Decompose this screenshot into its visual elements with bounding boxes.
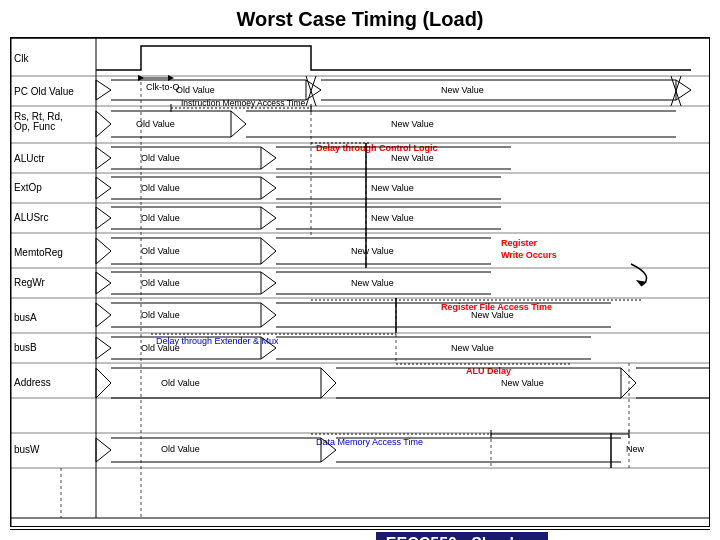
svg-text:ALUSrc: ALUSrc — [14, 212, 48, 223]
svg-text:New Value: New Value — [371, 213, 414, 223]
svg-text:New Value: New Value — [451, 343, 494, 353]
svg-text:Address: Address — [14, 377, 51, 388]
svg-text:busA: busA — [14, 312, 37, 323]
svg-text:Old Value: Old Value — [141, 153, 180, 163]
svg-text:New Value: New Value — [351, 246, 394, 256]
course-badge: EECC550 - Shaaban — [376, 532, 548, 540]
svg-text:Old Value: Old Value — [136, 119, 175, 129]
svg-text:Old Value: Old Value — [141, 183, 180, 193]
svg-text:Old Value: Old Value — [141, 213, 180, 223]
svg-text:ALUctr: ALUctr — [14, 153, 45, 164]
svg-text:Write Occurs: Write Occurs — [501, 250, 557, 260]
svg-text:Old Value: Old Value — [161, 378, 200, 388]
svg-text:ExtOp: ExtOp — [14, 182, 42, 193]
svg-text:New Value: New Value — [391, 119, 434, 129]
svg-text:busW: busW — [14, 444, 40, 455]
svg-text:Delay through Control Logic: Delay through Control Logic — [316, 143, 438, 153]
svg-text:Old Value: Old Value — [141, 343, 180, 353]
svg-text:New Value: New Value — [501, 378, 544, 388]
svg-text:Old Value: Old Value — [161, 444, 200, 454]
page-title: Worst Case Timing (Load) — [10, 8, 710, 31]
svg-text:Op, Func: Op, Func — [14, 121, 55, 132]
svg-text:Clk-to-Q: Clk-to-Q — [146, 82, 180, 92]
svg-text:Register: Register — [501, 238, 538, 248]
timing-diagram-svg: Clk PC Old Value Rs, Rt, Rd, Op, Func AL… — [10, 37, 710, 527]
main-container: Worst Case Timing (Load) Clk PC Old Valu… — [0, 0, 720, 540]
footer: EECC550 - Shaaban #49 Lec #4 Summer 2001… — [10, 529, 710, 540]
svg-text:Old Value: Old Value — [141, 246, 180, 256]
svg-text:New Value: New Value — [471, 310, 514, 320]
svg-text:PC Old Value: PC Old Value — [14, 86, 74, 97]
svg-text:busB: busB — [14, 342, 37, 353]
svg-text:MemtoReg: MemtoReg — [14, 247, 63, 258]
svg-text:Clk: Clk — [14, 53, 29, 64]
svg-text:New Value: New Value — [351, 278, 394, 288]
svg-text:Old Value: Old Value — [141, 278, 180, 288]
svg-text:Old Value: Old Value — [141, 310, 180, 320]
svg-text:Instruction Memoey Access Time: Instruction Memoey Access Time — [181, 98, 306, 108]
svg-text:New Value: New Value — [441, 85, 484, 95]
svg-text:Old Value: Old Value — [176, 85, 215, 95]
svg-text:RegWr: RegWr — [14, 277, 46, 288]
svg-text:New Value: New Value — [371, 183, 414, 193]
svg-text:New Value: New Value — [391, 153, 434, 163]
